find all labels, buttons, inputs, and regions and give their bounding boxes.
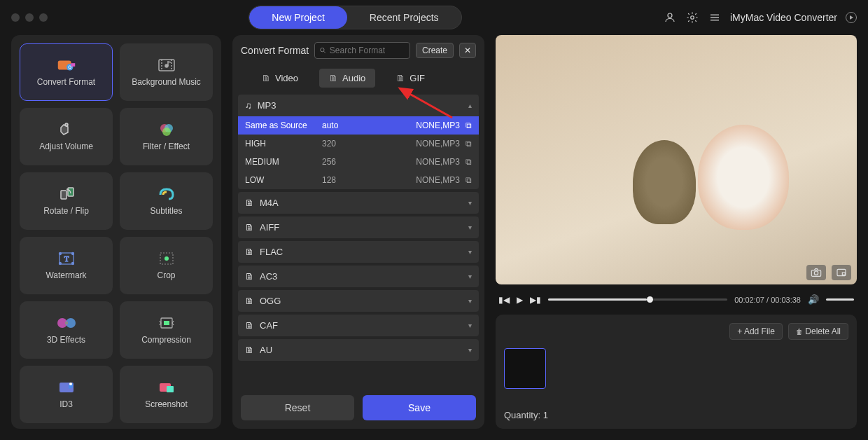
tool-3d-effects[interactable]: 3D Effects — [20, 301, 113, 359]
prev-button[interactable]: ▮◀ — [498, 295, 510, 305]
tool-label: Adjust Volume — [39, 142, 93, 151]
external-icon[interactable]: ⧉ — [465, 175, 472, 185]
app-title: iMyMac Video Converter — [730, 12, 837, 23]
tab-recent-projects[interactable]: Recent Projects — [347, 6, 461, 29]
chevron-down-icon: ▾ — [468, 322, 472, 329]
format-group-head[interactable]: 🗎AIFF▾ — [238, 216, 479, 238]
tool-screenshot[interactable]: Screenshot — [120, 366, 213, 423]
format-group-head[interactable]: 🗎OGG▾ — [238, 290, 479, 312]
snapshot-icon[interactable] — [806, 265, 826, 280]
tool-rotate-flip[interactable]: Rotate / Flip — [20, 172, 113, 230]
compress-icon — [155, 315, 178, 331]
tool-id3[interactable]: ID3 — [20, 366, 113, 423]
format-group-aiff: 🗎AIFF▾ — [238, 216, 479, 238]
preset-row[interactable]: Same as SourceautoNONE,MP3⧉ — [238, 116, 479, 135]
format-group-head[interactable]: 🗎CAF▾ — [238, 315, 479, 336]
settings-icon[interactable] — [685, 11, 699, 25]
tool-compression[interactable]: Compression — [120, 301, 213, 359]
id3-icon — [55, 380, 78, 395]
create-button[interactable]: Create — [416, 43, 454, 58]
doc-icon — [396, 73, 405, 83]
tab-new-project[interactable]: New Project — [249, 6, 346, 29]
play-button[interactable]: ▶ — [517, 295, 523, 305]
tab-gif[interactable]: GIF — [386, 69, 435, 88]
format-group-caf: 🗎CAF▾ — [238, 315, 479, 336]
minimize-window[interactable] — [25, 13, 34, 22]
tool-subtitles[interactable]: Subtitles — [120, 172, 213, 230]
format-icon: 🗎 — [245, 345, 254, 355]
quantity-label: Quantity: 1 — [504, 410, 848, 420]
search-box[interactable] — [314, 42, 410, 59]
external-icon[interactable]: ⧉ — [465, 121, 472, 130]
search-input[interactable] — [330, 46, 405, 55]
crop-icon — [155, 251, 178, 266]
watermark-icon: T — [55, 251, 78, 266]
external-icon[interactable]: ⧉ — [465, 157, 472, 167]
format-icon: 🗎 — [245, 198, 254, 208]
svg-point-14 — [65, 123, 68, 126]
doc-icon — [262, 73, 271, 83]
format-group-mp3: ♫MP3▴Same as SourceautoNONE,MP3⧉HIGH320N… — [238, 95, 479, 189]
account-icon[interactable] — [663, 11, 677, 25]
convert-icon — [55, 57, 78, 73]
reset-button[interactable]: Reset — [241, 395, 354, 420]
music-icon — [155, 57, 178, 73]
progress-bar[interactable] — [548, 298, 727, 301]
format-group-head[interactable]: ♫MP3▴ — [238, 95, 479, 116]
svg-point-40 — [814, 271, 818, 275]
svg-rect-9 — [71, 63, 75, 67]
tool-label: Screenshot — [145, 399, 188, 409]
delete-all-button[interactable]: 🗑 Delete All — [788, 323, 848, 340]
fullscreen-icon[interactable] — [832, 265, 851, 280]
tool-adjust-volume[interactable]: Adjust Volume — [20, 108, 113, 165]
video-preview[interactable] — [496, 35, 857, 284]
music-note-icon: ♫ — [245, 100, 252, 111]
file-pane: + Add File 🗑 Delete All Quantity: 1 — [496, 315, 857, 429]
tool-label: Filter / Effect — [143, 142, 190, 151]
volume-icon[interactable]: 🔊 — [808, 294, 819, 305]
add-file-button[interactable]: + Add File — [729, 323, 783, 340]
format-group-head[interactable]: 🗎M4A▾ — [238, 192, 479, 214]
chevron-down-icon: ▾ — [468, 273, 472, 280]
svg-rect-32 — [164, 321, 169, 325]
tool-label: Background Music — [132, 77, 201, 87]
tool-label: Compression — [141, 335, 191, 345]
format-group-head[interactable]: 🗎AU▾ — [238, 339, 479, 361]
app-play-icon[interactable] — [846, 12, 857, 23]
svg-point-37 — [321, 48, 324, 51]
3d-icon — [55, 315, 78, 331]
tab-audio[interactable]: Audio — [319, 69, 375, 88]
chevron-down-icon: ▾ — [468, 248, 472, 256]
tool-background-music[interactable]: Background Music — [120, 43, 213, 101]
tab-video[interactable]: Video — [252, 69, 308, 88]
menu-icon[interactable] — [708, 11, 722, 25]
save-button[interactable]: Save — [363, 395, 476, 420]
svg-line-38 — [324, 51, 326, 53]
tool-convert-format[interactable]: Convert Format — [20, 43, 113, 101]
tool-watermark[interactable]: TWatermark — [20, 237, 113, 294]
tool-label: Watermark — [46, 270, 86, 280]
volume-slider[interactable] — [826, 298, 854, 301]
tool-filter-effect[interactable]: Filter / Effect — [120, 108, 213, 165]
close-panel-button[interactable]: ✕ — [459, 43, 476, 58]
svg-rect-18 — [61, 191, 66, 199]
project-tabs: New Project Recent Projects — [248, 6, 461, 29]
next-button[interactable]: ▶▮ — [530, 295, 541, 305]
format-group-head[interactable]: 🗎AC3▾ — [238, 266, 479, 287]
format-group-head[interactable]: 🗎FLAC▾ — [238, 241, 479, 263]
file-thumbnail[interactable] — [504, 348, 546, 389]
preset-row[interactable]: LOW128NONE,MP3⧉ — [238, 171, 479, 189]
tool-crop[interactable]: Crop — [120, 237, 213, 294]
preset-row[interactable]: HIGH320NONE,MP3⧉ — [238, 135, 479, 153]
format-group-flac: 🗎FLAC▾ — [238, 241, 479, 263]
svg-rect-30 — [65, 322, 68, 324]
playback-controls: ▮◀ ▶ ▶▮ 00:02:07 / 00:03:38 🔊 — [496, 293, 857, 306]
preset-row[interactable]: MEDIUM256NONE,MP3⧉ — [238, 153, 479, 171]
close-window[interactable] — [11, 13, 20, 22]
tools-sidebar: Convert FormatBackground MusicAdjust Vol… — [11, 35, 221, 429]
filter-icon — [155, 122, 178, 137]
window-controls[interactable] — [11, 13, 48, 22]
maximize-window[interactable] — [39, 13, 48, 22]
external-icon[interactable]: ⧉ — [465, 139, 472, 149]
format-group-ogg: 🗎OGG▾ — [238, 290, 479, 312]
